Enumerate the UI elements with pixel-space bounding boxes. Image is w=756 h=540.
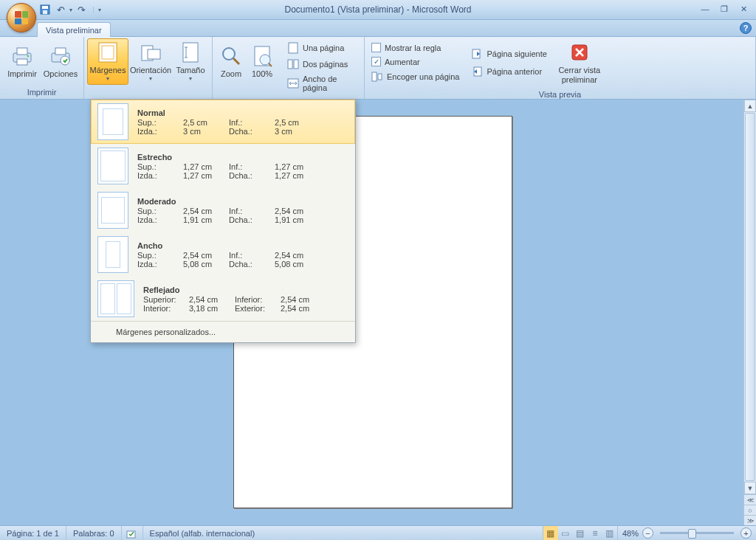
view-web-layout[interactable]: ▤	[573, 526, 588, 541]
scroll-up-icon[interactable]: ▲	[744, 100, 756, 112]
view-draft[interactable]: ▥	[602, 526, 617, 541]
prev-page-button[interactable]: Página anterior	[467, 63, 550, 80]
show-ruler-check[interactable]: Mostrar la regla	[368, 41, 463, 55]
gallery-item-ancho[interactable]: Ancho Sup.:2,54 cmInf.:2,54 cm Izda.:5,0…	[91, 232, 355, 277]
size-label: Tamaño	[176, 66, 205, 75]
gallery-item-moderado[interactable]: Moderado Sup.:2,54 cmInf.:2,54 cm Izda.:…	[91, 188, 355, 232]
tab-print-preview[interactable]: Vista preliminar	[37, 22, 111, 37]
close-preview-label: Cerrar vista preliminar	[558, 66, 601, 85]
two-pages-label: Dos páginas	[303, 60, 348, 69]
orientation-button[interactable]: Orientación ▾	[128, 38, 173, 85]
margin-mirror-thumb-icon	[97, 280, 134, 317]
magnify-check[interactable]: ✓ Aumentar	[368, 55, 463, 69]
margins-gallery: Normal Sup.:2,5 cmInf.:2,5 cm Izda.:3 cm…	[90, 99, 356, 343]
svg-point-18	[260, 55, 270, 65]
svg-point-6	[27, 55, 30, 57]
quick-access-toolbar: ↶ ▾ ↷ ▾	[38, 3, 101, 16]
one-page-icon	[287, 42, 299, 54]
gallery-item-name: Moderado	[137, 197, 348, 206]
printer-icon	[10, 44, 34, 68]
next-page-button[interactable]: Página siguiente	[467, 46, 550, 62]
office-button[interactable]	[7, 3, 36, 32]
svg-rect-5	[17, 59, 27, 65]
custom-margins-item[interactable]: Márgenes personalizados...	[91, 321, 355, 342]
group-print: Imprimir Opciones Imprimir	[0, 37, 84, 99]
svg-rect-14	[183, 43, 198, 62]
options-button[interactable]: Opciones	[41, 42, 80, 81]
size-icon	[179, 41, 202, 64]
next-page-label: Página siguiente	[487, 49, 546, 58]
view-buttons: ▦ ▭ ▤ ≡ ▥	[543, 526, 618, 541]
checkbox-icon	[371, 43, 381, 52]
status-proofing[interactable]	[122, 526, 143, 540]
minimize-button[interactable]: ―	[697, 3, 713, 15]
zoom-button[interactable]: Zoom	[216, 42, 247, 81]
redo-icon[interactable]: ↷	[75, 3, 88, 16]
gallery-item-name: Estrecho	[137, 153, 348, 162]
save-icon[interactable]	[38, 3, 52, 16]
prev-page-icon	[471, 66, 483, 77]
undo-dropdown-icon[interactable]: ▾	[69, 7, 72, 13]
qat-customize-icon[interactable]: ▾	[93, 7, 101, 13]
one-page-button[interactable]: Una página	[284, 40, 348, 56]
title-bar: ↶ ▾ ↷ ▾ Documento1 (Vista preliminar) - …	[0, 0, 756, 20]
svg-rect-4	[17, 48, 27, 55]
margins-label: Márgenes	[90, 66, 126, 75]
status-bar: Página: 1 de 1 Palabras: 0 Español (alfa…	[0, 525, 756, 540]
size-button[interactable]: Tamaño ▾	[173, 38, 208, 85]
close-button[interactable]: ✕	[735, 3, 752, 15]
chevron-down-icon: ▾	[189, 75, 192, 83]
zoom-slider[interactable]	[660, 532, 734, 534]
gallery-item-normal[interactable]: Normal Sup.:2,5 cmInf.:2,5 cm Izda.:3 cm…	[91, 100, 355, 144]
svg-rect-1	[42, 6, 48, 9]
print-button[interactable]: Imprimir	[3, 42, 41, 81]
svg-point-15	[223, 48, 235, 60]
margin-thumb-icon	[97, 192, 128, 229]
group-preview: Mostrar la regla ✓ Aumentar Encoger una …	[365, 37, 756, 99]
one-page-label: Una página	[303, 44, 344, 52]
svg-rect-8	[55, 48, 66, 55]
chevron-down-icon: ▾	[149, 75, 152, 83]
prev-page-label: Página anterior	[487, 67, 542, 76]
scroll-down-icon[interactable]: ▼	[744, 482, 756, 494]
margins-button[interactable]: Márgenes ▾	[87, 38, 128, 85]
svg-rect-25	[378, 74, 382, 80]
svg-rect-2	[43, 10, 47, 14]
zoom-out-button[interactable]: −	[642, 527, 653, 539]
margins-icon	[96, 41, 120, 64]
close-preview-button[interactable]: Cerrar vista preliminar	[555, 38, 604, 87]
zoom100-icon	[250, 44, 274, 68]
status-language[interactable]: Español (alfab. internacional)	[143, 526, 261, 540]
status-page[interactable]: Página: 1 de 1	[0, 526, 66, 540]
scroll-thumb[interactable]	[745, 113, 755, 481]
margin-thumb-icon	[97, 236, 128, 273]
status-words[interactable]: Palabras: 0	[66, 526, 122, 540]
next-nav-icon[interactable]: ≫	[744, 515, 756, 525]
shrink-icon	[371, 71, 383, 83]
prev-nav-icon[interactable]: ≪	[744, 494, 756, 505]
gallery-item-name: Ancho	[137, 241, 348, 250]
view-print-layout[interactable]: ▦	[543, 526, 558, 541]
vertical-scrollbar[interactable]: ▲ ▼ ≪ ○ ≫	[743, 100, 756, 525]
gallery-item-reflejado[interactable]: Reflejado Superior:2,54 cmInferior:2,54 …	[91, 277, 355, 321]
browse-object-icon[interactable]: ○	[744, 505, 756, 515]
ribbon: Imprimir Opciones Imprimir Márgenes ▾	[0, 37, 756, 100]
undo-icon[interactable]: ↶	[54, 3, 67, 16]
help-button[interactable]: ?	[740, 22, 752, 34]
gallery-item-estrecho[interactable]: Estrecho Sup.:1,27 cmInf.:1,27 cm Izda.:…	[91, 144, 355, 188]
zoom-level[interactable]: 48%	[622, 529, 639, 538]
proofing-icon	[126, 528, 138, 539]
page-width-button[interactable]: Ancho de página	[284, 72, 361, 94]
view-full-screen[interactable]: ▭	[558, 526, 573, 541]
zoom-100-button[interactable]: 100%	[247, 42, 278, 81]
group-print-label: Imprimir	[0, 86, 83, 99]
view-outline[interactable]: ≡	[588, 526, 602, 541]
two-pages-button[interactable]: Dos páginas	[284, 56, 351, 72]
next-page-icon	[471, 48, 483, 60]
maximize-button[interactable]: ❐	[716, 3, 732, 15]
svg-rect-13	[148, 49, 160, 59]
zoom-in-button[interactable]: +	[740, 527, 752, 539]
custom-margins-label: Márgenes personalizados...	[116, 328, 216, 336]
ribbon-tabs: Vista preliminar ?	[0, 20, 756, 37]
shrink-page-button[interactable]: Encoger una página	[368, 69, 463, 85]
